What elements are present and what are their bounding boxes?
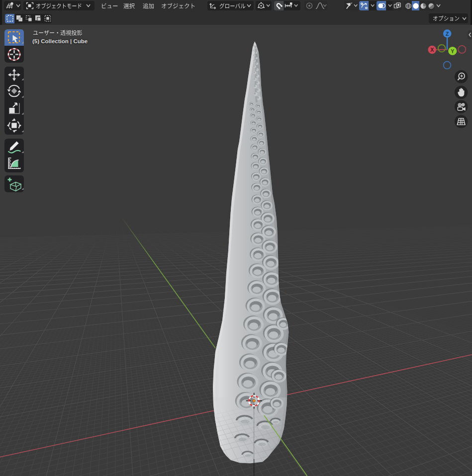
svg-text:X: X (430, 47, 434, 53)
svg-text:Z: Z (446, 31, 449, 37)
svg-text:Y: Y (451, 48, 454, 54)
